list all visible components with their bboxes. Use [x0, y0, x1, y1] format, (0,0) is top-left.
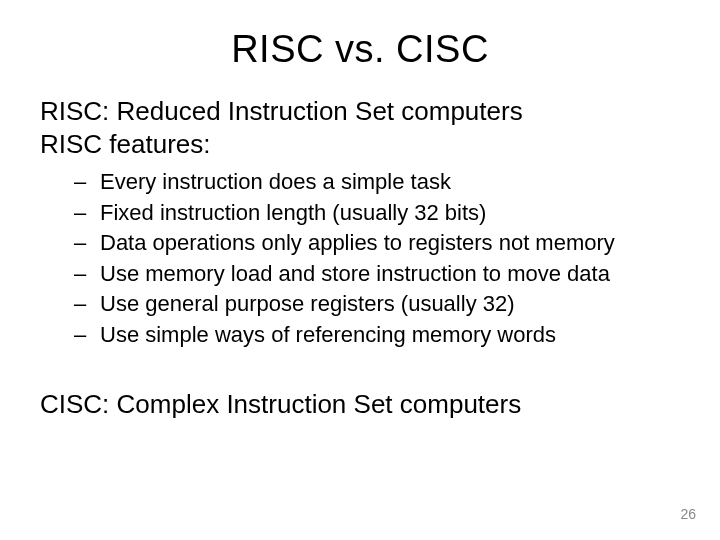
bullet-text: Use memory load and store instruction to… [100, 260, 680, 289]
bullet-text: Every instruction does a simple task [100, 168, 680, 197]
bullet-text: Data operations only applies to register… [100, 229, 680, 258]
list-item: – Use simple ways of referencing memory … [40, 321, 680, 350]
dash-icon: – [40, 199, 100, 228]
bullet-text: Use general purpose registers (usually 3… [100, 290, 680, 319]
dash-icon: – [40, 168, 100, 197]
list-item: – Fixed instruction length (usually 32 b… [40, 199, 680, 228]
bullet-text: Fixed instruction length (usually 32 bit… [100, 199, 680, 228]
dash-icon: – [40, 290, 100, 319]
risc-features-heading: RISC features: [40, 128, 680, 161]
feature-list: – Every instruction does a simple task –… [40, 168, 680, 350]
risc-definition: RISC: Reduced Instruction Set computers [40, 95, 680, 128]
dash-icon: – [40, 260, 100, 289]
dash-icon: – [40, 321, 100, 350]
list-item: – Use general purpose registers (usually… [40, 290, 680, 319]
cisc-definition: CISC: Complex Instruction Set computers [40, 388, 680, 421]
bullet-text: Use simple ways of referencing memory wo… [100, 321, 680, 350]
page-number: 26 [680, 506, 696, 522]
list-item: – Every instruction does a simple task [40, 168, 680, 197]
list-item: – Use memory load and store instruction … [40, 260, 680, 289]
dash-icon: – [40, 229, 100, 258]
list-item: – Data operations only applies to regist… [40, 229, 680, 258]
slide-title: RISC vs. CISC [40, 28, 680, 71]
slide: RISC vs. CISC RISC: Reduced Instruction … [0, 0, 720, 540]
